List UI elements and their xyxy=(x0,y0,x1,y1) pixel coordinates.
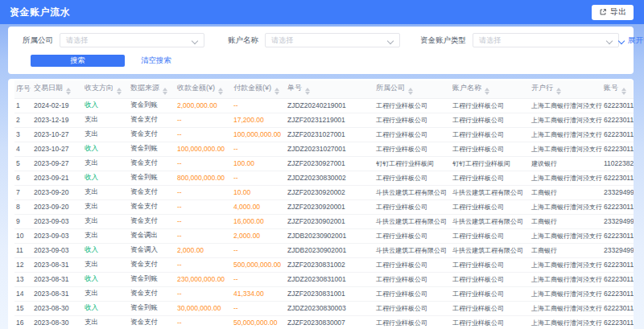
cell-account-no: 622230111 xyxy=(602,286,634,301)
table-row: 32023-10-27支出资金支付--100,000,000.00ZJZF202… xyxy=(14,127,634,142)
cell-company: 工程行业样板公司 xyxy=(374,171,451,185)
cell-company: 工程行业样板公司 xyxy=(374,301,451,315)
cell-income-amount: -- xyxy=(175,127,232,142)
cell-index: 10 xyxy=(14,228,32,243)
page-title: 资金账户流水 xyxy=(10,6,70,19)
cell-company: 工程行业样板公司 xyxy=(374,257,451,272)
cell-payment-amount: 17,200.00 xyxy=(232,113,286,127)
cell-order-no: ZJZF20231219001 xyxy=(286,113,374,127)
column-header-label: 账户名称 xyxy=(452,84,481,92)
cell-payment-amount: 4,000.00 xyxy=(232,199,286,214)
cell-account-name: 斗拱云建筑工程有限公司 xyxy=(451,185,530,199)
cell-direction: 收入 xyxy=(83,301,129,315)
table-row: 82023-09-20支出资金支付--4,000.00ZJZF202309200… xyxy=(14,199,634,214)
cell-account-name: 工程行业样板公司 xyxy=(451,228,530,243)
cell-trade-date: 2023-08-31 xyxy=(32,272,83,286)
cell-payment-amount: 16,000.00 xyxy=(232,214,286,228)
column-header-order-no[interactable]: 单号 xyxy=(286,80,374,98)
cell-income-amount: -- xyxy=(175,156,232,171)
search-button[interactable]: 搜索 xyxy=(31,55,125,67)
cell-account-name: 工程行业样板公司 xyxy=(451,113,530,127)
filter-label-account-type: 资金账户类型 xyxy=(420,35,466,46)
cell-bank: 上海工商银行漕河泾支行 xyxy=(530,286,602,301)
filter-label-company: 所属公司 xyxy=(23,35,53,46)
cell-data-source: 资金支付 xyxy=(129,257,175,272)
account-name-select[interactable]: 请选择 xyxy=(265,33,400,47)
cell-payment-amount: 50,000,000.00 xyxy=(232,315,286,329)
cell-company: 工程行业样板公司 xyxy=(374,199,451,214)
cell-index: 2 xyxy=(14,113,32,127)
sort-icon xyxy=(117,88,122,95)
cell-data-source: 资金支付 xyxy=(129,127,175,142)
cell-payment-amount: 500,000,000.00 xyxy=(232,257,286,272)
cell-data-source: 资金到账 xyxy=(129,142,175,156)
cell-account-no: 23329499- xyxy=(602,243,634,257)
column-header-company[interactable]: 所属公司 xyxy=(374,80,451,98)
column-header-label: 单号 xyxy=(287,84,302,92)
clear-search-link[interactable]: 清空搜索 xyxy=(141,56,171,66)
cell-index: 6 xyxy=(14,171,32,185)
cell-payment-amount: 100,000,000.00 xyxy=(232,127,286,142)
cell-income-amount: 100,000,000.00 xyxy=(175,142,232,156)
sort-icon xyxy=(621,88,626,95)
cell-account-no: 622230111 xyxy=(602,171,634,185)
expand-filters-link[interactable]: 展开筛选 xyxy=(619,35,644,46)
cell-company: 工程行业样板公司 xyxy=(374,127,451,142)
column-header-payment-amount[interactable]: 付款金额(¥) xyxy=(232,80,286,98)
cell-company: 工程行业样板公司 xyxy=(374,228,451,243)
column-header-data-source[interactable]: 数据来源 xyxy=(129,80,175,98)
cell-income-amount: -- xyxy=(175,199,232,214)
cell-account-name: 工程行业样板公司 xyxy=(451,286,530,301)
cell-order-no: ZJZF20230920001 xyxy=(286,199,374,214)
cell-index: 7 xyxy=(14,185,32,199)
sort-icon xyxy=(275,88,279,95)
cell-index: 4 xyxy=(14,142,32,156)
cell-order-no: ZJZF20230920002 xyxy=(286,185,374,199)
table-row: 102023-09-03支出资金调出--2,000.00ZJDB20230902… xyxy=(14,228,634,243)
cell-bank: 上海工商银行漕河泾支行 xyxy=(530,113,602,127)
table-row: 12024-02-19收入资金到账2,000,000.00--ZJDZ20240… xyxy=(14,98,634,113)
cell-account-name: 工程行业样板公司 xyxy=(451,315,530,329)
cell-order-no: ZJZF20230831001 xyxy=(286,286,374,301)
cell-income-amount: -- xyxy=(175,257,232,272)
cell-direction: 收入 xyxy=(83,243,129,257)
company-select-placeholder: 请选择 xyxy=(66,35,88,46)
column-header-trade-date[interactable]: 交易日期 xyxy=(32,80,83,98)
column-header-account-name[interactable]: 账户名称 xyxy=(451,80,530,98)
cell-data-source: 资金到账 xyxy=(129,272,175,286)
account-type-select[interactable]: 请选择 xyxy=(473,33,619,47)
cell-bank: 工商银行 xyxy=(530,214,602,228)
cell-data-source: 资金支付 xyxy=(129,156,175,171)
cell-trade-date: 2023-09-20 xyxy=(32,185,83,199)
cell-order-no: ZJZF20230830007 xyxy=(286,315,374,329)
cell-account-no: 622230111 xyxy=(602,301,634,315)
column-header-income-amount[interactable]: 收款金额(¥) xyxy=(175,80,232,98)
cell-payment-amount: 2,000.00 xyxy=(232,228,286,243)
company-select[interactable]: 请选择 xyxy=(60,33,204,47)
cell-data-source: 资金支付 xyxy=(129,286,175,301)
cell-trade-date: 2023-09-03 xyxy=(32,214,83,228)
cell-company: 工程行业样板公司 xyxy=(374,315,451,329)
cell-direction: 支出 xyxy=(83,214,129,228)
cell-bank: 上海工商银行漕河泾支行 xyxy=(530,98,602,113)
cell-account-no: 622230111 xyxy=(602,272,634,286)
cell-account-name: 工程行业样板公司 xyxy=(451,142,530,156)
sort-icon xyxy=(163,88,167,95)
cell-income-amount: 230,000,000.00 xyxy=(175,272,232,286)
cell-bank: 上海工商银行漕河泾支行 xyxy=(530,127,602,142)
export-button[interactable]: 导出 xyxy=(592,5,634,20)
cell-trade-date: 2023-09-27 xyxy=(32,156,83,171)
cell-order-no: ZJDZ20230831001 xyxy=(286,272,374,286)
column-header-bank[interactable]: 开户行 xyxy=(530,80,602,98)
table-row: 22023-12-19支出资金支付--17,200.00ZJZF20231219… xyxy=(14,113,634,127)
cell-order-no: ZJDZ20231027001 xyxy=(286,142,374,156)
column-header-direction[interactable]: 收支方向 xyxy=(83,80,129,98)
cell-account-no: 622230111 xyxy=(602,142,634,156)
cell-trade-date: 2023-08-30 xyxy=(32,301,83,315)
cell-company: 斗拱云建筑工程有限公司 xyxy=(374,214,451,228)
cell-income-amount: -- xyxy=(175,113,232,127)
table-row: 122023-08-31支出资金支付--500,000,000.00ZJZF20… xyxy=(14,257,634,272)
cell-bank: 上海工商银行漕河泾支行 xyxy=(530,228,602,243)
sort-icon xyxy=(66,88,71,95)
column-header-account-no[interactable]: 账号 xyxy=(602,80,634,98)
